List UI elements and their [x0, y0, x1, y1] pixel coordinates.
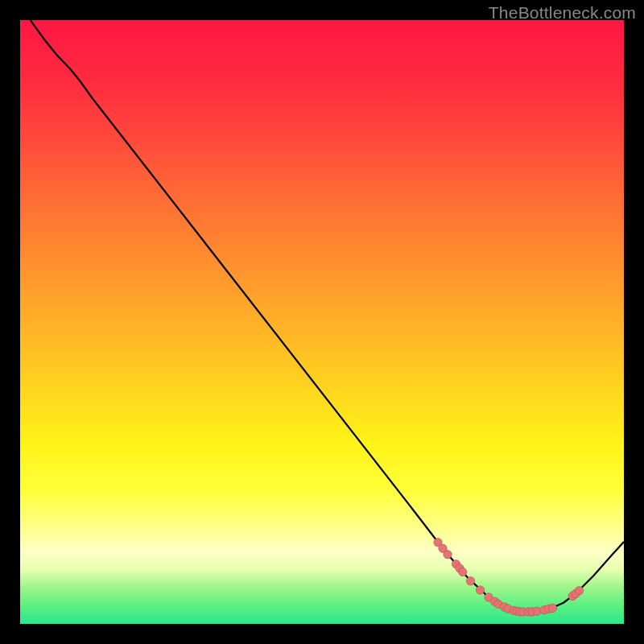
watermark-text: TheBottleneck.com: [489, 3, 636, 23]
plot-area: [20, 20, 624, 624]
gradient-background: [20, 20, 624, 624]
chart-container: TheBottleneck.com: [0, 0, 644, 644]
svg-rect-0: [20, 20, 624, 624]
